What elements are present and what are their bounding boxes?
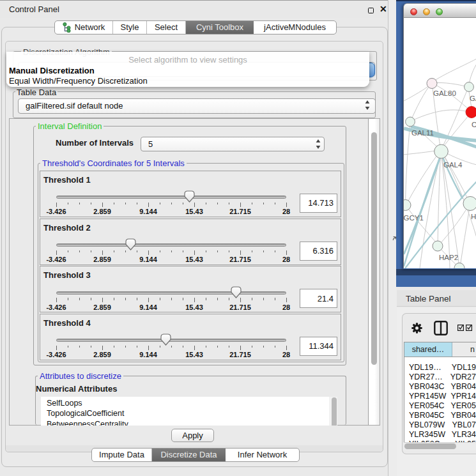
svg-text:HAP2: HAP2 [439, 254, 458, 261]
svg-text:H: H [471, 213, 476, 220]
svg-text:GCY1: GCY1 [404, 214, 424, 222]
svg-text:GAL4: GAL4 [443, 161, 463, 169]
svg-text:GAL80: GAL80 [433, 89, 456, 97]
svg-text:GA: GA [470, 95, 476, 102]
svg-text:GAL11: GAL11 [411, 129, 434, 137]
svg-text:C: C [472, 121, 476, 128]
